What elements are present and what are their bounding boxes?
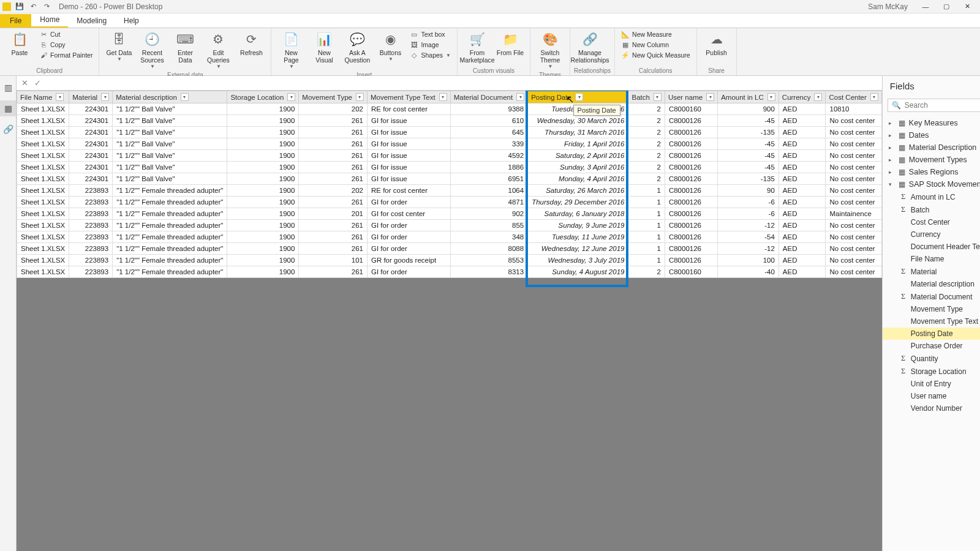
table-cell[interactable]: -45: [718, 115, 779, 127]
table-cell[interactable]: "1 1/2"" Female threaded adupter": [113, 243, 227, 255]
table-cell[interactable]: GI for cost center: [367, 208, 450, 220]
table-cell[interactable]: 261: [299, 243, 368, 255]
table-cell[interactable]: 902: [450, 208, 528, 220]
save-icon[interactable]: 💾: [15, 2, 24, 12]
table-cell[interactable]: 1900: [227, 266, 299, 278]
table-cell[interactable]: Sunday, 3 April 2016: [528, 162, 628, 173]
ask-question-button[interactable]: 💬Ask A Question: [341, 29, 373, 65]
filter-dropdown-icon[interactable]: ▾: [287, 93, 295, 101]
table-cell[interactable]: C8000126: [665, 115, 717, 127]
table-cell[interactable]: Sheet 1.XLSX: [17, 173, 69, 185]
table-cell[interactable]: 1900: [227, 185, 299, 197]
table-cell[interactable]: Sheet 1.XLSX: [17, 197, 69, 208]
table-cell[interactable]: 223893: [69, 220, 113, 231]
table-cell[interactable]: -135: [718, 127, 779, 138]
data-view-button[interactable]: ▦: [0, 100, 16, 116]
table-cell[interactable]: 1900: [227, 138, 299, 150]
table-row[interactable]: Sheet 1.XLSX224301"1 1/2"" Ball Valve"19…: [17, 173, 882, 185]
manage-relationships-button[interactable]: 🔗Manage Relationships: [574, 29, 606, 65]
table-cell[interactable]: 1900: [227, 162, 299, 173]
table-cell[interactable]: C8000126: [665, 173, 717, 185]
table-cell[interactable]: Wednesday, 12 June 2019: [528, 243, 628, 255]
table-cell[interactable]: Sheet 1.XLSX: [17, 243, 69, 255]
table-cell[interactable]: 261: [299, 220, 368, 231]
table-cell[interactable]: No cost center: [826, 197, 881, 208]
table-row[interactable]: Sheet 1.XLSX224301"1 1/2"" Ball Valve"19…: [17, 103, 882, 115]
table-cell[interactable]: AED: [778, 243, 826, 255]
table-cell[interactable]: GI for issue: [367, 138, 450, 150]
table-cell[interactable]: Saturday, 2 April 2016: [528, 150, 628, 162]
table-cell[interactable]: -6: [718, 197, 779, 208]
table-cell[interactable]: 1: [628, 255, 665, 266]
table-cell[interactable]: Saturday, 6 January 2018: [528, 208, 628, 220]
table-row[interactable]: Sheet 1.XLSX223893"1 1/2"" Female thread…: [17, 255, 882, 266]
table-cell[interactable]: 1900: [227, 255, 299, 266]
model-view-button[interactable]: 🔗: [0, 121, 16, 137]
new-page-button[interactable]: 📄New Page▼: [275, 29, 307, 70]
format-painter-button[interactable]: 🖌Format Painter: [37, 50, 95, 60]
table-cell[interactable]: GI for issue: [367, 162, 450, 173]
data-table[interactable]: File Name▾Material▾Material description▾…: [17, 91, 882, 278]
filter-dropdown-icon[interactable]: ▾: [439, 93, 447, 101]
table-cell[interactable]: AED: [778, 231, 826, 243]
table-cell[interactable]: C8000126: [665, 255, 717, 266]
table-cell[interactable]: 1900: [227, 115, 299, 127]
table-cell[interactable]: 2: [628, 266, 665, 278]
table-cell[interactable]: RE for cost center: [367, 103, 450, 115]
table-cell[interactable]: 202: [299, 185, 368, 197]
table-row[interactable]: Sheet 1.XLSX224301"1 1/2"" Ball Valve"19…: [17, 115, 882, 127]
table-cell[interactable]: 224301: [69, 115, 113, 127]
filter-dropdown-icon[interactable]: ▾: [870, 93, 878, 101]
table-cell[interactable]: 224301: [69, 173, 113, 185]
publish-button[interactable]: ☁Publish: [701, 29, 733, 58]
table-cell[interactable]: No cost center: [826, 162, 881, 173]
table-cell[interactable]: Thursday, 31 March 2016: [528, 127, 628, 138]
table-cell[interactable]: 8313: [450, 266, 528, 278]
table-cell[interactable]: 2: [628, 173, 665, 185]
table-cell[interactable]: 10810: [826, 103, 881, 115]
filter-dropdown-icon[interactable]: ▾: [516, 93, 524, 101]
table-cell[interactable]: 2: [628, 162, 665, 173]
modeling-tab[interactable]: Modeling: [68, 14, 115, 28]
table-cell[interactable]: C8000126: [665, 185, 717, 197]
column-header[interactable]: Cost Center▾: [826, 91, 881, 103]
table-cell[interactable]: C8000160: [665, 103, 717, 115]
table-cell[interactable]: C8000126: [665, 138, 717, 150]
paste-button[interactable]: 📋Paste: [4, 29, 36, 58]
table-cell[interactable]: "1 1/2"" Ball Valve": [113, 127, 227, 138]
table-row[interactable]: Sheet 1.XLSX224301"1 1/2"" Ball Valve"19…: [17, 138, 882, 150]
file-tab[interactable]: File: [0, 14, 31, 28]
new-column-button[interactable]: ▦New Column: [619, 40, 693, 50]
table-cell[interactable]: "1 1/2"" Female threaded adupter": [113, 231, 227, 243]
table-cell[interactable]: Sheet 1.XLSX: [17, 162, 69, 173]
table-cell[interactable]: AED: [778, 220, 826, 231]
table-cell[interactable]: GI for order: [367, 197, 450, 208]
close-button[interactable]: ✕: [957, 0, 978, 13]
table-cell[interactable]: -135: [718, 173, 779, 185]
table-cell[interactable]: 101: [299, 255, 368, 266]
table-cell[interactable]: 100: [718, 255, 779, 266]
table-cell[interactable]: 1900: [227, 103, 299, 115]
table-cell[interactable]: Sheet 1.XLSX: [17, 208, 69, 220]
table-cell[interactable]: 224301: [69, 138, 113, 150]
field-item[interactable]: Material description: [883, 278, 980, 290]
table-cell[interactable]: Sheet 1.XLSX: [17, 266, 69, 278]
table-item[interactable]: ▸▦Key Measures: [883, 117, 980, 129]
column-header[interactable]: Material Document▾: [450, 91, 528, 103]
image-button[interactable]: 🖼Image: [407, 40, 453, 50]
table-cell[interactable]: Sunday, 9 June 2019: [528, 220, 628, 231]
table-cell[interactable]: No cost center: [826, 138, 881, 150]
table-cell[interactable]: Saturday, 26 March 2016: [528, 185, 628, 197]
filter-dropdown-icon[interactable]: ▾: [181, 93, 189, 101]
copy-button[interactable]: ⎘Copy: [37, 40, 95, 50]
filter-dropdown-icon[interactable]: ▾: [706, 93, 714, 101]
table-cell[interactable]: 1: [628, 208, 665, 220]
field-item[interactable]: Unit of Entry: [883, 378, 980, 390]
column-header[interactable]: Movement Type▾: [299, 91, 368, 103]
table-cell[interactable]: GI for order: [367, 231, 450, 243]
table-row[interactable]: Sheet 1.XLSX224301"1 1/2"" Ball Valve"19…: [17, 150, 882, 162]
table-cell[interactable]: 224301: [69, 103, 113, 115]
table-cell[interactable]: 1: [628, 231, 665, 243]
table-cell[interactable]: No cost center: [826, 255, 881, 266]
table-cell[interactable]: Friday, 1 April 2016: [528, 138, 628, 150]
